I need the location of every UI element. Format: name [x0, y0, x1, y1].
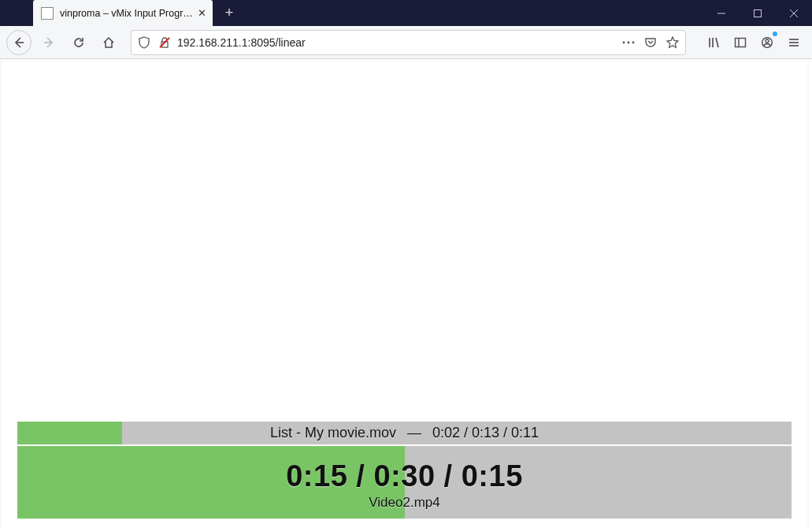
tab-favicon [41, 7, 54, 20]
progress-bars-wrapper: List - My movie.mov — 0:02 / 0:13 / 0:11… [17, 422, 792, 519]
home-icon [102, 36, 115, 49]
window-titlebar: vinproma – vMix Input Progress Mo ✕ + [0, 0, 812, 26]
tab-close-icon[interactable]: ✕ [195, 7, 208, 20]
svg-rect-14 [736, 38, 746, 46]
pgm-separator: — [407, 425, 421, 441]
profile-button[interactable] [755, 30, 779, 55]
window-controls [703, 0, 812, 26]
reload-icon [72, 36, 85, 49]
page-actions-icon[interactable] [621, 35, 636, 50]
svg-rect-1 [755, 9, 762, 17]
sidebar-button[interactable] [729, 30, 752, 55]
url-bar[interactable] [131, 30, 686, 55]
tab-title: vinproma – vMix Input Progress Mo [60, 8, 195, 19]
sidebar-icon [734, 36, 747, 49]
pocket-icon[interactable] [643, 35, 658, 50]
shield-icon[interactable] [136, 35, 152, 50]
nav-forward-button[interactable] [36, 30, 61, 55]
browser-tab-active[interactable]: vinproma – vMix Input Progress Mo ✕ [33, 0, 213, 26]
svg-line-13 [716, 38, 718, 47]
prv-times: 0:15 / 0:30 / 0:15 [286, 459, 523, 493]
app-menu-button[interactable] [782, 30, 806, 55]
progress-bar-prv: 0:15 / 0:30 / 0:15 Video2.mp4 [17, 446, 792, 519]
new-tab-button[interactable]: + [217, 2, 241, 25]
progress-bar-pgm: List - My movie.mov — 0:02 / 0:13 / 0:11 [17, 422, 792, 444]
pgm-times: 0:02 / 0:13 / 0:11 [432, 425, 539, 441]
pgm-title: List - My movie.mov [270, 425, 396, 441]
library-button[interactable] [702, 30, 725, 55]
page-viewport: List - My movie.mov — 0:02 / 0:13 / 0:11… [0, 59, 809, 528]
bookmark-star-icon[interactable] [665, 35, 680, 50]
svg-point-9 [628, 41, 630, 43]
progress-bar-pgm-content: List - My movie.mov — 0:02 / 0:13 / 0:11 [17, 422, 792, 444]
tab-strip: vinproma – vMix Input Progress Mo ✕ + [33, 0, 241, 26]
nav-back-button[interactable] [6, 30, 32, 55]
arrow-right-icon [43, 36, 55, 49]
svg-point-17 [766, 39, 769, 43]
home-button[interactable] [96, 30, 121, 55]
library-icon [707, 36, 720, 49]
svg-point-10 [632, 41, 635, 43]
browser-toolbar [0, 26, 812, 59]
maximize-icon [754, 9, 762, 17]
insecure-lock-icon[interactable] [157, 35, 172, 50]
window-minimize-button[interactable] [703, 0, 740, 26]
url-input[interactable] [177, 36, 616, 49]
window-maximize-button[interactable] [740, 0, 776, 26]
close-icon [790, 9, 798, 17]
urlbar-actions [621, 35, 680, 50]
toolbar-right [702, 30, 806, 55]
profile-icon [761, 36, 773, 49]
minimize-icon [717, 9, 725, 17]
reload-button[interactable] [66, 30, 91, 55]
prv-filename: Video2.mp4 [369, 495, 439, 511]
hamburger-icon [788, 36, 800, 49]
progress-bar-prv-content: 0:15 / 0:30 / 0:15 Video2.mp4 [17, 446, 792, 519]
arrow-left-icon [13, 36, 25, 49]
svg-point-8 [623, 41, 625, 43]
window-close-button[interactable] [776, 0, 812, 26]
plus-icon: + [225, 5, 234, 21]
